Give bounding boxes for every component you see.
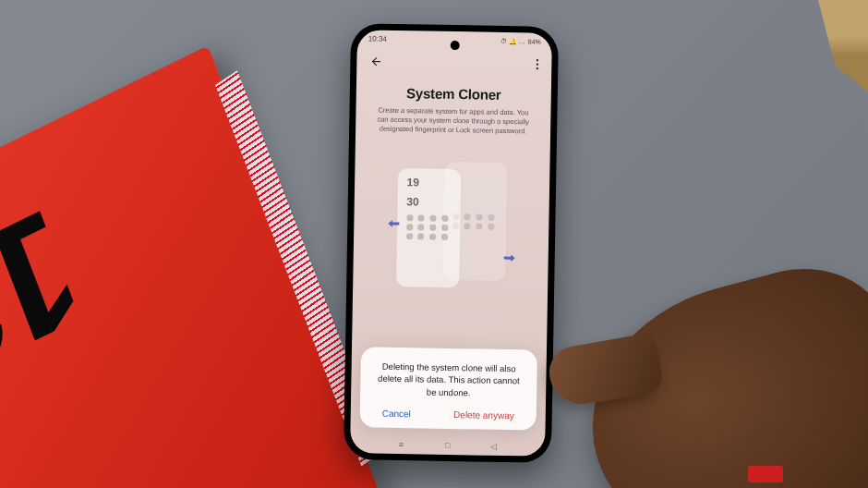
navigation-bar: ≡ □ ◁ xyxy=(350,438,545,453)
delete-anyway-button[interactable]: Delete anyway xyxy=(453,409,514,421)
page-description: Create a separate system for apps and da… xyxy=(356,100,551,137)
watermark-logo xyxy=(748,466,783,482)
back-arrow-icon[interactable] xyxy=(369,55,382,71)
back-button[interactable]: ◁ xyxy=(488,441,500,452)
home-button[interactable]: □ xyxy=(442,440,453,451)
status-time: 10:34 xyxy=(368,34,387,43)
illustration-phone-front: 19 30 xyxy=(395,167,462,288)
overflow-menu-icon[interactable] xyxy=(536,58,538,75)
illustration-time-min: 30 xyxy=(397,188,460,208)
battery-percent: 84% xyxy=(528,38,541,44)
svg-point-1 xyxy=(536,63,538,65)
swap-arrow-right-icon xyxy=(500,250,517,266)
photo-scene: 13 10:34 ⏱ 🔔 … 84% System Cloner xyxy=(0,0,868,488)
product-box-label: 13 xyxy=(0,171,104,421)
status-indicators: ⏱ 🔔 … xyxy=(500,37,525,44)
clone-illustration: 19 30 xyxy=(385,160,517,300)
svg-point-0 xyxy=(536,59,538,61)
camera-hole xyxy=(450,41,459,50)
dialog-message: Deleting the system clone will also dele… xyxy=(373,360,524,400)
svg-point-2 xyxy=(536,67,538,69)
product-box: 13 xyxy=(0,45,380,488)
background-object-top-right xyxy=(785,0,868,92)
illustration-time-hour: 19 xyxy=(398,168,461,189)
recent-apps-button[interactable]: ≡ xyxy=(395,439,406,450)
smartphone: 10:34 ⏱ 🔔 … 84% System Cloner Create a s… xyxy=(344,23,559,463)
confirmation-dialog: Deleting the system clone will also dele… xyxy=(360,347,537,430)
cancel-button[interactable]: Cancel xyxy=(382,409,411,420)
phone-screen: 10:34 ⏱ 🔔 … 84% System Cloner Create a s… xyxy=(350,30,552,457)
swap-arrow-left-icon xyxy=(385,215,402,232)
